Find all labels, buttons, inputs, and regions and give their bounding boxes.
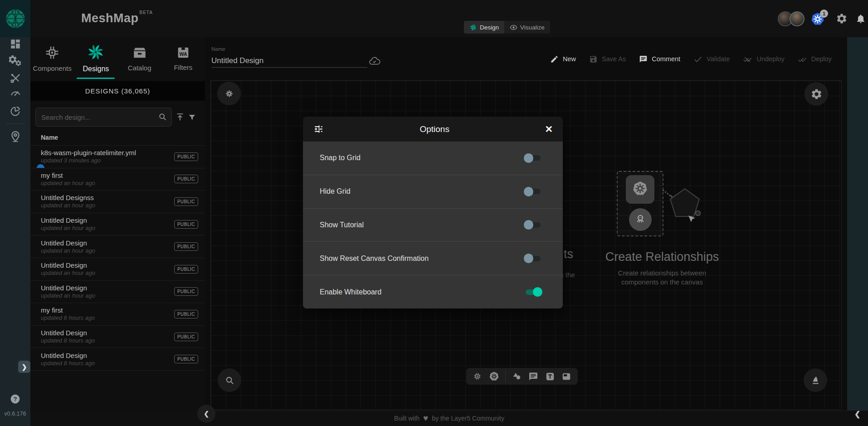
option-row: Show Reset Canvas Confirmation xyxy=(303,242,563,275)
undeploy-button[interactable]: Undeploy xyxy=(743,54,784,64)
toolbar-label: New xyxy=(563,55,576,63)
top-header: MeshMapBETA Design Visualize 1 xyxy=(30,0,868,37)
design-list-item[interactable]: Untitled Designupdated an hour ago PUBLI… xyxy=(30,213,205,236)
design-list-item[interactable]: my firstupdated 6 hours ago PUBLIC xyxy=(30,303,205,326)
show-reset-canvas-confirmation-toggle[interactable] xyxy=(524,254,542,263)
settings-gear-icon[interactable] xyxy=(836,13,848,24)
design-name: Untitled Designss xyxy=(41,194,95,202)
filter-funnel-icon[interactable] xyxy=(188,113,196,122)
toolbar-label: Deploy xyxy=(811,55,832,63)
components-dock-icon[interactable] xyxy=(472,371,483,382)
visualize-mode-label: Visualize xyxy=(520,24,545,31)
canvas-settings-button[interactable] xyxy=(805,82,828,106)
design-list-item[interactable]: Untitled Designupdated 8 hours ago PUBLI… xyxy=(30,348,205,371)
footer-divider xyxy=(205,411,847,411)
comment-dock-icon[interactable] xyxy=(528,371,539,382)
beta-tag: BETA xyxy=(140,10,153,15)
modal-title: Options xyxy=(324,124,545,134)
design-updated: updated an hour ago xyxy=(41,292,95,299)
eye-icon xyxy=(510,24,517,31)
wasm-filters-icon: WA xyxy=(176,45,190,60)
design-list-item[interactable]: Untitled Designupdated 8 hours ago PUBLI… xyxy=(30,326,205,348)
search-input[interactable] xyxy=(35,108,172,127)
design-list-item[interactable]: Untitled Designssupdated an hour ago PUB… xyxy=(30,191,205,213)
close-icon[interactable]: ✕ xyxy=(545,124,553,135)
tab-catalog[interactable]: Catalog xyxy=(118,37,161,79)
options-modal: Options ✕ Snap to Grid Hide Grid Show Tu… xyxy=(303,117,563,308)
shapes-dock-icon[interactable] xyxy=(512,371,522,382)
design-list-item[interactable]: Untitled Designupdated an hour ago PUBLI… xyxy=(30,258,205,281)
chevron-left-icon: ❮ xyxy=(204,410,209,417)
new-button[interactable]: New xyxy=(550,55,576,64)
pencil-icon xyxy=(550,55,559,64)
visibility-badge: PUBLIC xyxy=(174,333,198,341)
design-list: k8s-wasm-plugin-ratelimiter.ymlupdated 3… xyxy=(30,145,205,371)
undeploy-icon xyxy=(743,54,752,64)
search-icon xyxy=(158,112,167,122)
expand-panel-button[interactable]: ❯ xyxy=(18,361,30,373)
collapse-right-panel-button[interactable]: ❮ xyxy=(854,410,860,418)
visibility-badge: PUBLIC xyxy=(174,310,198,318)
left-nav-rail: ❯ ? v0.6.176 xyxy=(0,0,30,426)
snap-to-grid-toggle[interactable] xyxy=(524,153,542,163)
app-footer: Built with ♥ by the Layer5 Community xyxy=(30,411,868,426)
tab-label: Components xyxy=(33,64,72,72)
app-title: MeshMapBETA xyxy=(81,10,153,25)
design-updated: updated an hour ago xyxy=(41,202,95,209)
text-dock-icon[interactable] xyxy=(545,371,556,382)
show-tutorial-toggle[interactable] xyxy=(524,220,542,230)
design-list-item[interactable]: my firstupdated an hour ago PUBLIC xyxy=(30,168,205,191)
deploy-button[interactable]: Deploy xyxy=(798,54,832,64)
search-container xyxy=(35,108,172,127)
design-list-item[interactable]: k8s-wasm-plugin-ratelimiter.ymlupdated 3… xyxy=(30,146,205,168)
zoom-button[interactable] xyxy=(218,368,241,392)
option-row: Enable Whiteboard xyxy=(303,275,563,308)
lifecycle-gears-icon[interactable] xyxy=(0,54,30,69)
design-name: Untitled Design xyxy=(41,216,95,225)
hide-grid-toggle[interactable] xyxy=(524,187,542,196)
visibility-badge: PUBLIC xyxy=(174,197,198,206)
tab-filters[interactable]: WA Filters xyxy=(161,37,205,79)
performance-gauge-icon[interactable] xyxy=(0,85,30,101)
design-name-input[interactable] xyxy=(211,54,367,68)
option-row: Snap to Grid xyxy=(303,142,563,175)
tab-designs[interactable]: Designs xyxy=(74,37,117,79)
description-line: components on the canvas xyxy=(594,278,730,287)
context-count-badge: 1 xyxy=(820,10,828,18)
design-updated: updated 6 hours ago xyxy=(41,314,95,322)
design-updated: updated 3 minutes ago xyxy=(41,157,136,164)
design-name: Untitled Design xyxy=(41,261,95,269)
visibility-badge: PUBLIC xyxy=(174,287,198,296)
media-dock-icon[interactable] xyxy=(561,371,572,382)
visualize-mode-button[interactable]: Visualize xyxy=(504,21,550,34)
gear-icon xyxy=(810,88,823,100)
kubernetes-dock-icon[interactable] xyxy=(488,371,499,382)
check-icon xyxy=(693,54,702,64)
visibility-badge: PUBLIC xyxy=(174,355,198,363)
notification-bell-icon[interactable] xyxy=(855,13,866,24)
collapse-left-panel-button[interactable]: ❮ xyxy=(197,405,215,423)
import-design-icon[interactable] xyxy=(175,112,185,122)
design-name: my first xyxy=(41,171,95,180)
extensions-pie-icon[interactable] xyxy=(0,103,30,119)
collaborator-avatar[interactable] xyxy=(790,11,805,26)
enable-whiteboard-toggle[interactable] xyxy=(524,287,542,297)
meshery-logo[interactable] xyxy=(0,0,30,37)
design-mode-label: Design xyxy=(480,24,499,31)
dashboard-icon[interactable] xyxy=(0,36,30,52)
design-mode-button[interactable]: Design xyxy=(464,21,504,34)
table-column-header: Name xyxy=(41,134,58,141)
canvas-actions-button[interactable] xyxy=(217,82,241,105)
layer5-sail-icon xyxy=(810,375,821,386)
toolkit-icon[interactable] xyxy=(0,70,30,86)
comment-button[interactable]: Comment xyxy=(639,55,680,64)
meshmap-pin-icon[interactable] xyxy=(0,129,30,144)
comment-icon xyxy=(639,55,648,64)
help-icon[interactable]: ? xyxy=(0,391,30,406)
validate-button[interactable]: Validate xyxy=(693,54,730,64)
save-as-button[interactable]: Save As xyxy=(589,55,626,64)
design-list-item[interactable]: Untitled Designupdated an hour ago PUBLI… xyxy=(30,281,205,304)
tab-components[interactable]: Components xyxy=(30,37,74,79)
layer5-sail-button[interactable] xyxy=(804,368,827,392)
design-list-item[interactable]: Untitled Designupdated an hour ago PUBLI… xyxy=(30,235,205,258)
